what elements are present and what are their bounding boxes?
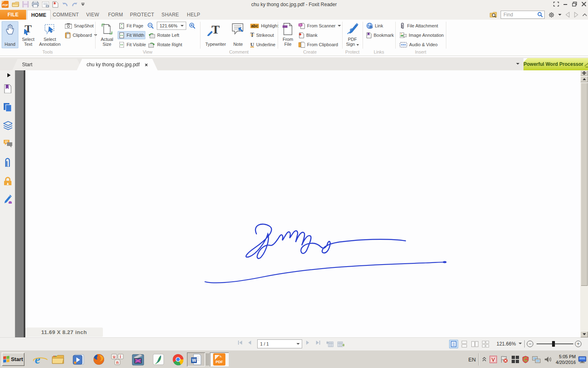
image-annotation-button[interactable]: Image Annotation: [399, 31, 445, 39]
unikey-icon[interactable]: u i n: [111, 353, 124, 366]
zoom-combobox[interactable]: 121.66%: [157, 22, 186, 30]
gear-icon[interactable]: [548, 12, 555, 18]
zoom-slider-handle[interactable]: [552, 341, 555, 347]
sidebar-expand-icon[interactable]: [7, 73, 16, 82]
signature-image: [25, 70, 580, 337]
start-tab[interactable]: Start: [12, 59, 82, 70]
bookmarks-panel-icon[interactable]: [3, 84, 12, 93]
language-indicator[interactable]: EN: [468, 357, 476, 363]
tab-home[interactable]: HOME: [27, 10, 51, 20]
pdf-page[interactable]: 11.69 X 8.27 inch: [25, 70, 580, 337]
zoom-out-button[interactable]: −: [527, 341, 533, 347]
file-explorer-icon[interactable]: [51, 353, 65, 366]
media-player-icon[interactable]: [72, 353, 85, 366]
scrollbar-splitter[interactable]: [580, 70, 588, 76]
select-annotation-button[interactable]: Select Annotation: [38, 21, 62, 48]
restore-icon[interactable]: [572, 2, 577, 7]
feather-app-icon[interactable]: [152, 353, 165, 366]
unikey-tray-icon[interactable]: V: [490, 356, 497, 363]
actual-size-button[interactable]: Actual Size: [98, 21, 116, 48]
internet-explorer-icon[interactable]: e: [31, 353, 44, 366]
fit-page-button[interactable]: Fit Page: [118, 22, 145, 30]
from-file-button[interactable]: From File: [280, 21, 296, 48]
pdf-sign-button[interactable]: PDF Sign: [344, 21, 361, 48]
layers-panel-icon[interactable]: [3, 121, 12, 130]
search-folder-icon[interactable]: [490, 12, 497, 18]
zoom-in-button[interactable]: +: [575, 341, 581, 347]
fullscreen-icon[interactable]: [553, 2, 559, 7]
clock[interactable]: 5:05 PM 4/20/2016: [556, 354, 576, 365]
page-number-combobox[interactable]: 1 / 1: [257, 339, 302, 348]
gear-caret-icon[interactable]: [558, 14, 561, 16]
rotate-left-button[interactable]: Rotate Left: [147, 31, 180, 39]
zoom-caret-icon: [180, 25, 184, 27]
firefox-icon[interactable]: [92, 353, 105, 366]
security-panel-icon[interactable]: [3, 176, 12, 185]
tab-share[interactable]: SHARE: [159, 10, 181, 20]
clipboard-button[interactable]: Clipboard: [64, 31, 98, 39]
from-scanner-button[interactable]: From Scanner: [297, 22, 342, 30]
attachments-panel-icon[interactable]: [3, 158, 12, 167]
fit-visible-button[interactable]: Fit Visible: [118, 40, 147, 49]
note-button[interactable]: Note: [229, 21, 247, 48]
single-page-view-button[interactable]: [449, 340, 458, 348]
network-tray-icon[interactable]: [532, 356, 541, 363]
blank-button[interactable]: Blank: [297, 31, 319, 39]
vertical-scrollbar[interactable]: [580, 70, 588, 337]
collapse-ribbon-icon[interactable]: [582, 13, 587, 16]
windows-update-tray-icon[interactable]: [512, 356, 519, 363]
chrome-icon[interactable]: [172, 353, 185, 366]
scanner-app-icon[interactable]: [131, 353, 145, 366]
select-text-button[interactable]: T Select Text: [19, 21, 37, 48]
scroll-up-button[interactable]: [580, 76, 588, 82]
search-icon[interactable]: [537, 12, 543, 18]
zoom-out-icon[interactable]: [147, 22, 154, 29]
security-shield-tray-icon[interactable]: [522, 356, 529, 363]
scroll-down-button[interactable]: [580, 331, 588, 337]
signatures-panel-icon[interactable]: [3, 195, 12, 204]
file-attachment-button[interactable]: File Attachment: [399, 22, 439, 30]
underline-button[interactable]: U Underline: [249, 40, 276, 49]
blank-icon: [298, 32, 304, 38]
typewriter-button[interactable]: T Typewriter: [203, 21, 229, 48]
word-task-button[interactable]: W: [187, 352, 205, 366]
bookmark-button[interactable]: Bookmark: [365, 31, 395, 39]
tab-view[interactable]: VIEW: [82, 10, 103, 20]
start-button[interactable]: Start: [2, 352, 24, 366]
pages-panel-icon[interactable]: [3, 103, 12, 112]
taskbar: Start e u i n: [0, 350, 588, 368]
tab-protect[interactable]: PROTECT: [129, 10, 155, 20]
close-tab-icon[interactable]: ×: [145, 62, 148, 68]
tab-list-caret-icon[interactable]: [516, 63, 519, 65]
document-area: 11.69 X 8.27 inch: [0, 70, 588, 337]
tab-file[interactable]: FILE: [0, 10, 26, 20]
snapshot-button[interactable]: SnapShot: [64, 22, 95, 30]
promo-banner[interactable]: Powerful Word Processor: [523, 58, 588, 70]
hand-tool-button[interactable]: Hand: [2, 21, 18, 48]
highlight-button[interactable]: abc Highlight: [249, 22, 280, 30]
tab-comment[interactable]: COMMENT: [52, 10, 79, 20]
zoom-in-icon[interactable]: [189, 22, 196, 29]
zoom-slider[interactable]: [537, 343, 573, 344]
rotate-right-button[interactable]: Rotate Right: [147, 40, 183, 49]
tab-help[interactable]: HELP: [184, 10, 203, 20]
audio-video-button[interactable]: Audio & Video: [399, 40, 439, 49]
link-button[interactable]: Link: [365, 22, 384, 30]
volume-tray-icon[interactable]: [544, 356, 552, 363]
status-zoom-value[interactable]: 121.66%: [497, 341, 516, 347]
previous-view-icon: [565, 12, 570, 18]
strikeout-button[interactable]: T Strikeout: [249, 31, 275, 39]
tab-form[interactable]: FORM: [105, 10, 126, 20]
from-clipboard-button[interactable]: From Clipboard: [297, 40, 339, 49]
status-zoom-caret-icon[interactable]: [519, 343, 522, 344]
document-tab[interactable]: chu ky thong doc.jpg.pdf ×: [77, 59, 158, 70]
minimize-icon[interactable]: [563, 2, 568, 7]
tray-expand-chevron-icon[interactable]: [482, 357, 486, 362]
comments-panel-icon[interactable]: [3, 139, 12, 148]
foxit-task-button[interactable]: PDF: [210, 352, 229, 366]
fit-width-button[interactable]: Fit Width: [118, 31, 145, 39]
scrollbar-thumb[interactable]: [581, 83, 588, 286]
close-icon[interactable]: [581, 2, 586, 7]
action-center-flag-icon[interactable]: [500, 356, 508, 363]
show-desktop-button[interactable]: [578, 356, 586, 363]
